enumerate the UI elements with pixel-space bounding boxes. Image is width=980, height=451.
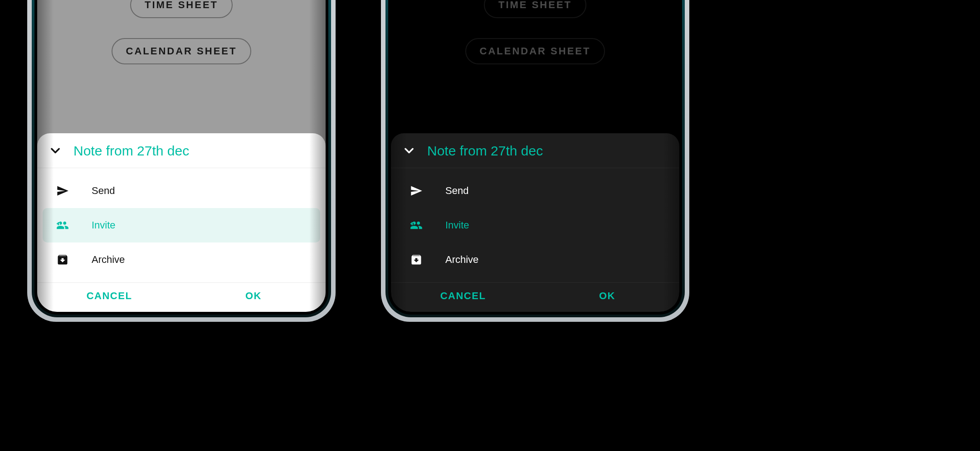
sheet-list: Send Invite Archive [37, 168, 326, 282]
sheet-item-invite[interactable]: Invite [396, 208, 674, 242]
phone-mock-light: TIME SHEET CALENDAR SHEET Note from 27th… [27, 0, 336, 322]
send-icon [409, 184, 424, 197]
sheet-actions: CANCEL OK [391, 282, 679, 312]
sheet-item-archive[interactable]: Archive [396, 242, 674, 277]
sheet-title: Note from 27th dec [427, 143, 543, 159]
cancel-button[interactable]: CANCEL [391, 290, 535, 302]
sheet-item-send[interactable]: Send [396, 174, 674, 208]
bottom-sheet: Note from 27th dec Send Invite [37, 133, 326, 312]
sheet-item-label: Invite [445, 219, 469, 231]
send-icon [55, 184, 70, 197]
sheet-item-archive[interactable]: Archive [43, 242, 320, 277]
ok-button[interactable]: OK [535, 290, 679, 302]
sheet-item-send[interactable]: Send [43, 174, 320, 208]
sheet-list: Send Invite Archive [391, 168, 679, 282]
sheet-item-label: Archive [92, 254, 125, 266]
sheet-title: Note from 27th dec [73, 143, 189, 159]
ok-button[interactable]: OK [181, 290, 326, 302]
sheet-item-label: Send [92, 185, 115, 197]
screen: TIME SHEET CALENDAR SHEET Note from 27th… [391, 0, 679, 312]
sheet-item-invite[interactable]: Invite [43, 208, 320, 242]
sheet-item-label: Send [445, 185, 468, 197]
sheet-item-label: Archive [445, 254, 478, 266]
cancel-button[interactable]: CANCEL [37, 290, 181, 302]
bottom-sheet: Note from 27th dec Send Invite [391, 133, 679, 312]
sheet-actions: CANCEL OK [37, 282, 326, 312]
invite-icon [409, 219, 424, 232]
chevron-down-icon[interactable] [49, 145, 62, 157]
chevron-down-icon[interactable] [403, 145, 415, 157]
screen: TIME SHEET CALENDAR SHEET Note from 27th… [37, 0, 326, 312]
sheet-header: Note from 27th dec [37, 133, 326, 168]
sheet-item-label: Invite [92, 219, 116, 231]
archive-icon [409, 253, 424, 266]
phone-mock-dark: TIME SHEET CALENDAR SHEET Note from 27th… [381, 0, 689, 322]
sheet-header: Note from 27th dec [391, 133, 679, 168]
archive-icon [55, 253, 70, 266]
invite-icon [55, 219, 70, 232]
